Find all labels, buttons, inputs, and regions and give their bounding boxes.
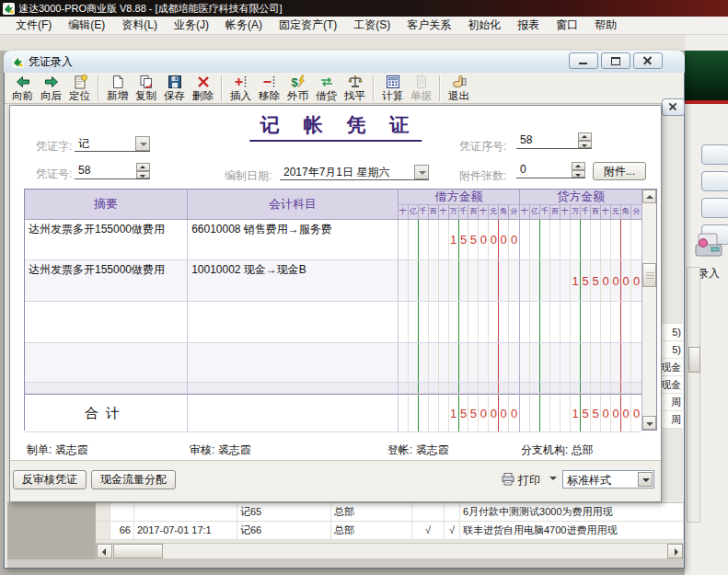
digit-cell bbox=[409, 260, 419, 301]
digit-cell bbox=[449, 343, 459, 382]
menu-item[interactable]: 客户关系 bbox=[399, 16, 459, 35]
credit-amount-cells[interactable] bbox=[520, 383, 641, 394]
minimize-button[interactable] bbox=[569, 52, 598, 69]
account-cell[interactable]: 66010008 销售费用→服务费 bbox=[188, 220, 399, 260]
toolbar-button-定位[interactable]: 定位 bbox=[65, 74, 94, 103]
menu-item[interactable]: 帮助 bbox=[586, 16, 625, 35]
summary-cell[interactable] bbox=[25, 343, 188, 383]
scroll-down-button[interactable] bbox=[642, 416, 656, 430]
toolbar-button-计算[interactable]: 计算 bbox=[378, 74, 407, 103]
account-cell[interactable]: 10010002 现金→现金B bbox=[188, 260, 399, 302]
cashflow-allocate-button[interactable]: 现金流量分配 bbox=[91, 470, 176, 489]
menu-item[interactable]: 工资(S) bbox=[345, 16, 399, 35]
attachment-button[interactable]: 附件... bbox=[593, 162, 646, 180]
debit-amount-cells[interactable] bbox=[399, 343, 520, 383]
scroll-up-button[interactable] bbox=[642, 190, 656, 203]
menu-item[interactable]: 窗口 bbox=[548, 16, 586, 35]
toolbar-button-新增[interactable]: 新增 bbox=[103, 74, 132, 103]
table-vertical-scrollbar[interactable] bbox=[641, 190, 656, 430]
scroll-right-button[interactable] bbox=[667, 544, 683, 558]
digit-cell bbox=[530, 220, 540, 259]
date-field[interactable]: 2017年7月1日 星期六 bbox=[280, 165, 429, 180]
combo-dropdown-icon[interactable] bbox=[638, 472, 653, 487]
digit-cell bbox=[550, 260, 560, 301]
attach-count-spinner[interactable] bbox=[572, 162, 585, 178]
toolbar-button-删除[interactable]: 删除 bbox=[189, 74, 217, 103]
debit-amount-cells[interactable]: 1550000 bbox=[399, 220, 520, 260]
list-cell-date: 2017-07-01 17:1 bbox=[134, 522, 237, 539]
credit-amount-cells[interactable] bbox=[520, 343, 641, 383]
menu-item[interactable]: 编辑(E) bbox=[60, 16, 113, 35]
toolbar-button-向后[interactable]: 向后 bbox=[37, 74, 65, 103]
printer-icon[interactable] bbox=[501, 472, 515, 487]
grid-horizontal-scrollbar[interactable] bbox=[96, 543, 684, 559]
credit-amount-cells[interactable]: 1550000 bbox=[520, 260, 641, 302]
debit-amount-cells[interactable] bbox=[399, 383, 520, 394]
total-debit-cells[interactable]: 1550000 bbox=[399, 395, 520, 432]
digit-cell: 0 bbox=[621, 260, 631, 301]
digit-cell bbox=[439, 302, 449, 342]
close-button[interactable] bbox=[633, 52, 663, 69]
credit-amount-cells[interactable] bbox=[520, 220, 641, 260]
summary-cell[interactable]: 达州发票多开155000做费用 bbox=[25, 220, 188, 260]
print-button[interactable]: 打印 bbox=[518, 473, 540, 489]
list-cell-num bbox=[110, 503, 134, 521]
voucher-word-dropdown-icon[interactable] bbox=[135, 136, 150, 151]
side-button[interactable] bbox=[701, 198, 728, 218]
digit-cell bbox=[459, 260, 469, 301]
menu-item[interactable]: 业务(J) bbox=[166, 16, 217, 35]
debit-amount-cells[interactable] bbox=[399, 302, 520, 343]
digit-cell bbox=[571, 220, 581, 259]
list-cell-dept: 总部 bbox=[331, 522, 412, 539]
background-panel bbox=[7, 502, 96, 559]
toolbar-button-复制[interactable]: 复制 bbox=[132, 74, 160, 103]
total-credit-cells[interactable]: 1550000 bbox=[520, 395, 641, 432]
voucher-seq-spinner[interactable] bbox=[578, 132, 592, 148]
scroll-left-button[interactable] bbox=[97, 544, 112, 558]
voucher-no-spinner[interactable] bbox=[136, 163, 150, 178]
menu-item[interactable]: 资料(L) bbox=[113, 16, 166, 35]
credit-amount-cells[interactable] bbox=[520, 302, 641, 343]
scrollbar-thumb[interactable] bbox=[688, 347, 700, 373]
list-row[interactable]: 记65总部6月付款中测测试3000为费用用现 bbox=[96, 503, 684, 522]
toolbar-button-向前[interactable]: 向前 bbox=[8, 74, 37, 103]
list-row[interactable]: 662017-07-01 17:1记66总部√√联丰进货自用电脑4700进费用用… bbox=[96, 522, 684, 540]
digit-cell: 5 bbox=[581, 260, 591, 301]
unaudit-voucher-button[interactable]: 反审核凭证 bbox=[13, 470, 87, 489]
menu-item[interactable]: 固定资产(T) bbox=[271, 16, 345, 35]
maximize-button[interactable] bbox=[601, 52, 630, 69]
menu-item[interactable]: 文件(F) bbox=[7, 16, 60, 35]
debit-amount-cells[interactable] bbox=[399, 260, 520, 302]
digit-cell bbox=[530, 343, 540, 382]
background-scrollbar[interactable] bbox=[687, 267, 700, 523]
toolbar-button-外币[interactable]: $外币 bbox=[283, 74, 312, 103]
summary-cell[interactable] bbox=[25, 302, 188, 343]
dialog-close-icon[interactable] bbox=[662, 98, 685, 116]
digit-cell bbox=[601, 383, 611, 393]
toolbar-button-退出[interactable]: 退出 bbox=[445, 74, 473, 103]
toolbar-button-label: 复制 bbox=[135, 90, 156, 102]
menu-item[interactable]: 帐务(A) bbox=[217, 16, 271, 35]
scrollbar-thumb[interactable] bbox=[642, 263, 656, 287]
digit-cell: 0 bbox=[611, 395, 621, 431]
print-dropdown-icon[interactable] bbox=[549, 477, 557, 480]
account-cell[interactable] bbox=[188, 343, 399, 383]
summary-cell[interactable]: 达州发票多开155000做费用 bbox=[25, 260, 188, 302]
side-button[interactable] bbox=[701, 144, 728, 165]
toolbar-button-移除[interactable]: 移除 bbox=[255, 74, 283, 103]
toolbar-button-插入[interactable]: 插入 bbox=[226, 74, 255, 103]
menu-item[interactable]: 报表 bbox=[509, 16, 548, 35]
menu-item[interactable]: 初始化 bbox=[459, 16, 509, 35]
toolbar-button-保存[interactable]: 保存 bbox=[160, 74, 189, 103]
digit-cell bbox=[489, 343, 499, 382]
toolbar-button-借贷[interactable]: 借贷 bbox=[312, 74, 341, 103]
account-cell[interactable] bbox=[188, 302, 399, 343]
date-dropdown-icon[interactable] bbox=[414, 165, 429, 179]
window-bottom-strip bbox=[7, 559, 684, 568]
toolbar-button-找平[interactable]: 找平 bbox=[341, 74, 369, 103]
side-button[interactable] bbox=[701, 171, 728, 191]
digit-cell: 5 bbox=[591, 395, 601, 431]
print-style-combo[interactable]: 标准样式 bbox=[562, 470, 654, 489]
scrollbar-thumb[interactable] bbox=[113, 544, 163, 558]
digit-cell bbox=[550, 302, 560, 342]
